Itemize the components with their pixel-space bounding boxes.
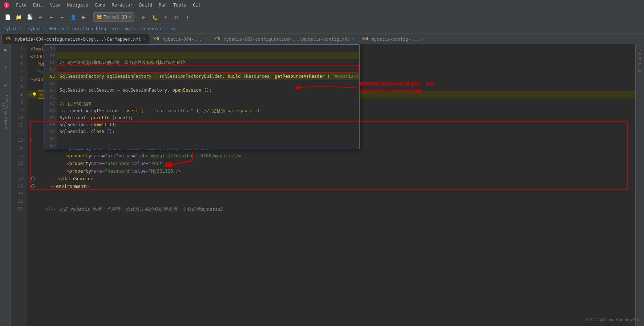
tomcat-icon: 🐱 <box>97 15 102 20</box>
menu-edit[interactable]: Edit <box>30 2 46 8</box>
code-line-20 <box>27 190 635 198</box>
line-num-4: 4 <box>11 68 25 76</box>
indent-indicator-18 <box>30 175 36 182</box>
code-line-17: <property name="password" value="MySQL12… <box>27 167 635 175</box>
code-line-16: <property name="username" value="root"/> <box>27 160 635 167</box>
code-line-22: <!-- 这是 mybatis 的另一个环境，也就是连接的数据库是另一个数据库m… <box>27 205 635 213</box>
main-layout: P S C Pull Requests Bookmarks 1 2 3 4 5 … <box>0 44 644 326</box>
line-num-9: 9 <box>11 106 25 114</box>
svg-point-2 <box>31 177 35 180</box>
breadcrumb-resources[interactable]: resources <box>141 26 165 31</box>
tab-carmapper-close[interactable]: ✕ <box>143 37 145 41</box>
line-num-10: 10 <box>11 114 25 121</box>
breadcrumb-mybatis[interactable]: mybatis <box>4 26 22 31</box>
line-num-2: 2 <box>11 53 25 60</box>
save-btn[interactable]: 💾 <box>25 12 34 22</box>
line-num-8: 8 <box>11 98 25 106</box>
open-btn[interactable]: 📁 <box>14 12 23 22</box>
line-numbers: 1 2 3 4 5 6 7 8 9 10 11 12 13 14 15 16 1… <box>11 44 27 326</box>
line-num-3: 3 <box>11 60 25 68</box>
forward-btn[interactable]: → <box>57 12 67 22</box>
line-num-21: 21 <box>11 198 25 205</box>
right-tab-notifications[interactable]: notifications <box>637 46 643 77</box>
popup-line-93 <box>57 142 359 149</box>
structure-icon[interactable]: S <box>1 63 10 72</box>
tab-mybatisconfig-icon: XML <box>362 37 369 41</box>
undo-btn[interactable]: ↩ <box>36 12 45 22</box>
tab-mybatis003-label: mybatis-003-configuration\...\mybatis-co… <box>224 37 350 42</box>
line-num-16: 16 <box>11 160 25 167</box>
tab-mybatisconfig-close[interactable]: ✕ <box>421 37 423 41</box>
tab-mybatis004-close[interactable]: ✕ <box>204 37 206 41</box>
tab-mybatis004-label: mybatis-004-... <box>163 37 202 42</box>
popup-line-91: sqlSession. close (); <box>57 128 359 135</box>
popup-line-89: System.out. println (count); <box>57 114 359 121</box>
bookmarks-icon[interactable]: Bookmarks <box>1 116 10 124</box>
breadcrumb: mybatis › mybatis-004-configuration-blog… <box>0 24 644 33</box>
popup-line-86 <box>57 94 359 101</box>
fold-triangle-11[interactable]: ▸ <box>30 121 32 129</box>
popup-line-88: int count = sqlSession. insert ( s: "car… <box>57 108 359 114</box>
code-line-18: </dataSource> <box>27 175 635 182</box>
breadcrumb-project[interactable]: mybatis-004-configuration-blog <box>28 26 106 31</box>
tab-carmapper-label: mybatis-004-configuration-blog\...\CarMa… <box>15 37 141 42</box>
run-btn[interactable]: ▶ <box>139 12 149 22</box>
toolbar-sep-2 <box>137 13 137 21</box>
fold-triangle-13[interactable]: ▸ <box>30 137 32 144</box>
menu-git[interactable]: Git <box>190 2 204 8</box>
profile-btn[interactable]: ◎ <box>172 12 181 22</box>
tomcat-dropdown-arrow: ▾ <box>129 15 131 20</box>
app-logo: I <box>3 1 10 9</box>
code-popup[interactable]: 79 80 81 82 83 84 85 86 87 88 89 90 91 9… <box>44 44 360 149</box>
code-area: 1 2 3 4 5 6 7 8 9 10 11 12 13 14 15 16 1… <box>11 44 635 326</box>
pull-requests-icon[interactable]: Pull Requests <box>1 98 10 107</box>
line-num-22: 22 <box>11 205 25 213</box>
watermark: CSDN @ChinaRainbowSea <box>586 317 640 322</box>
menu-build[interactable]: Build <box>136 2 155 8</box>
tab-mybatis003-close[interactable]: ✕ <box>352 37 354 41</box>
menu-file[interactable]: File <box>13 2 29 8</box>
code-line-15: <property name="url" value="jdbc:mysql:/… <box>27 152 635 160</box>
tab-mybatis004[interactable]: XML mybatis-004-... ✕ <box>149 34 210 44</box>
menu-tools[interactable]: Tools <box>170 2 189 8</box>
toolbar-sep-1 <box>91 13 91 21</box>
popup-line-82 <box>57 66 359 73</box>
popup-line-87: // 执行SQL语句 <box>57 101 359 108</box>
menu-code[interactable]: Code <box>92 2 108 8</box>
tomcat-dropdown[interactable]: 🐱 Tomcat 10 ▾ <box>93 12 134 22</box>
toolbar: 📄 📁 💾 ↩ ← → 👤 ▶ 🐱 Tomcat 10 ▾ ▶ 🐛 ☂ ◎ ▾ <box>0 10 644 24</box>
tab-carmapper[interactable]: XML mybatis-004-configuration-blog\...\C… <box>1 34 149 44</box>
menu-navigate[interactable]: Navigate <box>64 2 91 8</box>
coverage-btn[interactable]: ☂ <box>161 12 170 22</box>
tomcat-label: Tomcat 10 <box>104 15 127 20</box>
svg-point-3 <box>31 184 35 188</box>
tab-mybatis003[interactable]: XML mybatis-003-configuration\...\mybati… <box>210 34 358 44</box>
popup-line-85: SqlSession sqlSession = sqlSessionFactor… <box>57 87 359 94</box>
line-num-1: 1 <box>11 45 25 53</box>
menu-view[interactable]: View <box>47 2 64 8</box>
menu-refactor[interactable]: Refactor <box>109 2 135 8</box>
line-num-18: 18 <box>11 175 25 182</box>
popup-line-90: sqlSession. commit (); <box>57 121 359 128</box>
back-btn[interactable]: ← <box>46 12 56 22</box>
indent-indicator-19 <box>30 182 36 190</box>
more-run-btn[interactable]: ▾ <box>183 12 192 22</box>
debug-btn[interactable]: 🐛 <box>150 12 159 22</box>
line-num-19: 19 <box>11 182 25 190</box>
warning-icon-7: 💡 <box>32 91 37 98</box>
tab-mybatisconfig-label: mybatis-config-... <box>372 37 419 42</box>
breadcrumb-my[interactable]: my <box>170 26 175 31</box>
popup-line-84 <box>57 80 359 87</box>
commit-icon[interactable]: C <box>1 81 10 89</box>
line-num-7: 7 <box>11 91 25 98</box>
tab-mybatisconfig[interactable]: XML mybatis-config-... ✕ <box>358 34 427 44</box>
search-everywhere-btn[interactable]: 👤 <box>68 12 78 22</box>
menu-run[interactable]: Run <box>156 2 170 8</box>
project-icon[interactable]: P <box>1 46 10 55</box>
line-num-15: 15 <box>11 152 25 160</box>
run-anything-btn[interactable]: ▶ <box>79 12 89 22</box>
breadcrumb-main[interactable]: main <box>125 26 136 31</box>
breadcrumb-src[interactable]: src <box>112 26 120 31</box>
new-file-btn[interactable]: 📄 <box>3 12 12 22</box>
popup-line-92 <box>57 135 359 142</box>
